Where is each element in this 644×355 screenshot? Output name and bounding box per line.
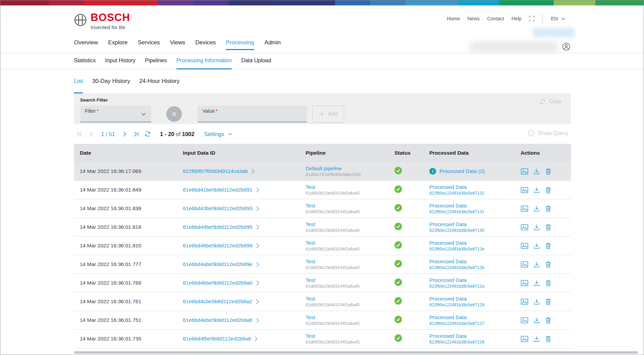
preview-image-button[interactable]: [521, 280, 528, 287]
input-id-link[interactable]: 622f60f07f00d349114ca3ab: [183, 168, 300, 174]
processed-data-link[interactable]: Processed Data: [429, 240, 467, 246]
download-button[interactable]: [533, 224, 540, 231]
input-id-link[interactable]: 61e6bd43be5b8d112ed2b893: [183, 205, 300, 212]
download-button[interactable]: [533, 205, 540, 212]
nav-item-explore[interactable]: Explore: [108, 39, 128, 50]
subnav-item-data-upload[interactable]: Data Upload: [241, 58, 271, 69]
tab-24-hour-history[interactable]: 24-Hour History: [139, 78, 180, 93]
input-id-link[interactable]: 61e6bd4abe5b8d112ed2b89e: [183, 261, 300, 267]
preview-image-button[interactable]: [521, 335, 528, 342]
tab-30-day-history[interactable]: 30-Day History: [92, 78, 130, 93]
download-button[interactable]: [533, 317, 540, 324]
subnav-item-processing-information[interactable]: Processing Information: [176, 58, 232, 69]
prev-page-button[interactable]: [88, 131, 95, 137]
status-success-icon: [395, 316, 402, 323]
pipeline-link[interactable]: Test: [306, 314, 315, 320]
download-button[interactable]: [533, 261, 540, 268]
pipeline-link[interactable]: Default pipeline: [306, 165, 342, 171]
delete-button[interactable]: [545, 317, 552, 324]
download-button[interactable]: [533, 242, 540, 249]
first-page-button[interactable]: [77, 131, 83, 137]
delete-button[interactable]: [545, 205, 552, 212]
nav-item-devices[interactable]: Devices: [195, 39, 216, 50]
account-icon[interactable]: [562, 43, 570, 51]
delete-button[interactable]: [545, 186, 552, 194]
processed-data-link[interactable]: Processed Data: [429, 296, 467, 302]
download-button[interactable]: [533, 335, 540, 342]
delete-button[interactable]: [545, 224, 552, 231]
subnav-item-input-history[interactable]: Input History: [105, 58, 136, 69]
pipeline-link[interactable]: Test: [306, 259, 315, 264]
delete-button[interactable]: [545, 298, 552, 305]
input-id-link[interactable]: 61e6bd4bbe5b8d112ed2b8a0: [183, 280, 300, 286]
download-button[interactable]: [533, 280, 540, 287]
delete-button[interactable]: [545, 168, 552, 175]
input-id-link[interactable]: 61e6bd41be5b8d112ed2b891: [183, 187, 300, 193]
processed-data-link[interactable]: Processed Data: [429, 221, 467, 227]
delete-button[interactable]: [545, 335, 552, 342]
settings-dropdown[interactable]: Settings: [204, 131, 233, 137]
redacted-button[interactable]: [533, 28, 574, 37]
subnav-item-statistics[interactable]: Statistics: [74, 58, 96, 69]
show-query-button[interactable]: Show Query: [528, 130, 568, 136]
download-button[interactable]: [533, 298, 540, 305]
preview-image-button[interactable]: [521, 186, 528, 194]
input-id-link[interactable]: 61e6bd46be5b8d112ed2b899: [183, 243, 300, 249]
nav-item-admin[interactable]: Admin: [264, 39, 281, 50]
preview-image-button[interactable]: [521, 242, 528, 249]
next-page-button[interactable]: [121, 131, 128, 137]
utility-link-news[interactable]: News: [468, 16, 480, 21]
clear-button[interactable]: Clear: [539, 98, 562, 105]
subnav-item-pipelines[interactable]: Pipelines: [145, 58, 167, 69]
processed-data-link[interactable]: Processed Data: [429, 333, 467, 339]
utility-link-help[interactable]: Help: [511, 16, 522, 21]
tab-list[interactable]: List: [74, 78, 83, 93]
nav-item-services[interactable]: Services: [138, 39, 160, 50]
download-button[interactable]: [533, 168, 540, 175]
preview-image-button[interactable]: [521, 261, 528, 268]
preview-image-button[interactable]: [521, 168, 528, 175]
add-button[interactable]: Add: [312, 106, 344, 123]
pipeline-link[interactable]: Test: [306, 203, 315, 208]
value-input[interactable]: Value*: [198, 106, 307, 122]
nav-item-views[interactable]: Views: [170, 39, 185, 50]
utility-link-contact[interactable]: Contact: [487, 16, 504, 21]
pipeline-link[interactable]: Test: [306, 240, 315, 246]
input-id-link[interactable]: 61e6bd44be5b8d112ed2b895: [183, 224, 300, 230]
input-id-link[interactable]: 61e6bd4cbe5b8d112ed2b8a2: [183, 298, 300, 305]
pipeline-link[interactable]: Test: [306, 184, 315, 190]
delete-button[interactable]: [545, 261, 552, 268]
processed-data-link[interactable]: Processed Data: [429, 203, 467, 209]
language-selector[interactable]: EN: [551, 16, 566, 21]
pipeline-id: 61d54c757d0fb40e2d6e7d2b: [306, 172, 389, 177]
horizontal-scrollbar[interactable]: [74, 351, 638, 354]
delete-button[interactable]: [545, 280, 552, 287]
preview-image-button[interactable]: [521, 205, 528, 212]
processed-data-link[interactable]: Processed Data (2): [439, 168, 485, 174]
delete-button[interactable]: [545, 242, 552, 249]
reload-button[interactable]: [144, 131, 151, 137]
bosch-logo[interactable]: BOSCH Invented for life: [74, 12, 130, 30]
input-id-link[interactable]: 61e6bd4fbe5b8d112ed2b8a8: [183, 336, 300, 342]
fullscreen-icon[interactable]: [529, 16, 534, 21]
utility-link-home[interactable]: Home: [447, 16, 460, 21]
nav-item-overview[interactable]: Overview: [74, 39, 98, 50]
preview-image-button[interactable]: [521, 224, 528, 231]
pipeline-link[interactable]: Test: [306, 333, 315, 339]
processed-data-link[interactable]: Processed Data: [429, 259, 467, 265]
pipeline-link[interactable]: Test: [306, 277, 315, 283]
preview-image-button[interactable]: [521, 317, 528, 324]
processed-data-link[interactable]: Processed Data: [429, 314, 467, 320]
processed-data-link[interactable]: Processed Data: [429, 184, 467, 190]
filter-select[interactable]: Filter*: [80, 106, 151, 122]
input-id-link[interactable]: 61e6bd4ebe5b8d112ed2b8a6: [183, 317, 300, 323]
pipeline-link[interactable]: Test: [306, 221, 315, 227]
nav-item-processing[interactable]: Processing: [226, 39, 254, 50]
last-page-button[interactable]: [133, 131, 139, 137]
download-button[interactable]: [533, 186, 540, 194]
processed-data-link[interactable]: Processed Data: [429, 277, 467, 283]
pipeline-link[interactable]: Test: [306, 296, 315, 302]
date-cell: 14 Mar 2022 16:36:01.768: [74, 280, 177, 286]
preview-image-button[interactable]: [521, 298, 528, 305]
pipeline-id: 61d85f3b22b483104f2a6a45: [306, 303, 389, 307]
